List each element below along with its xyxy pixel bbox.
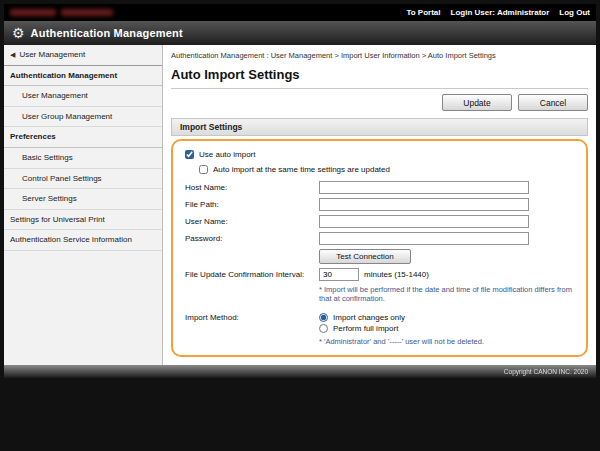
import-changes-only-radio[interactable]: [319, 313, 328, 322]
sidebar-item-settings-for-universal-print[interactable]: Settings for Universal Print: [4, 210, 162, 231]
sidebar-item-user-management[interactable]: User Management: [4, 86, 162, 107]
to-portal-link[interactable]: To Portal: [406, 8, 440, 17]
sidebar-item-authentication-service-information[interactable]: Authentication Service Information: [4, 230, 162, 251]
device-name-blur-2: [61, 9, 113, 16]
import-method-label: Import Method:: [185, 313, 319, 322]
use-auto-import-checkbox[interactable]: [185, 150, 194, 159]
device-name-redacted: [10, 9, 113, 16]
update-button[interactable]: Update: [442, 94, 512, 111]
user-name-label: User Name:: [185, 217, 319, 226]
test-connection-button[interactable]: Test Connection: [319, 249, 411, 264]
interval-row: File Update Confirmation Interval: minut…: [185, 268, 574, 281]
import-method-note: * 'Administrator' and '-----' user will …: [319, 337, 484, 346]
password-input[interactable]: [319, 232, 529, 245]
import-settings-form: Use auto import Auto import at the same …: [171, 139, 588, 357]
title-divider: [171, 88, 588, 89]
import-method-options: Import changes only Perform full import …: [319, 313, 484, 346]
app-header: ⚙ Authentication Management: [4, 21, 596, 45]
import-changes-only-label: Import changes only: [333, 313, 405, 322]
import-settings-section-header: Import Settings: [171, 118, 588, 136]
app-title: Authentication Management: [31, 27, 183, 39]
main-panel: Authentication Management : User Managem…: [163, 45, 596, 365]
file-path-label: File Path:: [185, 200, 319, 209]
sidebar-section-preferences[interactable]: Preferences: [4, 127, 162, 148]
sidebar-item-control-panel-settings[interactable]: Control Panel Settings: [4, 169, 162, 190]
import-method-row: Import Method: Import changes only Perfo…: [185, 313, 574, 346]
interval-note: * Import will be performed if the date a…: [319, 285, 574, 304]
auto-import-on-update-option[interactable]: Auto import at the same time settings ar…: [199, 162, 574, 177]
interval-note-row: * Import will be performed if the date a…: [185, 285, 574, 304]
titlebar: To Portal Login User: Administrator Log …: [4, 4, 596, 21]
password-row: Password:: [185, 232, 574, 245]
use-auto-import-option[interactable]: Use auto import: [185, 147, 574, 162]
interval-input[interactable]: [319, 268, 359, 281]
host-name-label: Host Name:: [185, 183, 319, 192]
sidebar-item-basic-settings[interactable]: Basic Settings: [4, 148, 162, 169]
footer: Copyright CANON INC. 2020: [4, 365, 596, 378]
gear-icon: ⚙: [12, 26, 25, 40]
import-changes-only-option[interactable]: Import changes only: [319, 313, 484, 322]
auto-import-on-update-label: Auto import at the same time settings ar…: [213, 165, 390, 174]
sidebar-item-user-management-back[interactable]: ◀ User Management: [4, 45, 162, 66]
log-out-link[interactable]: Log Out: [559, 8, 590, 17]
interval-label: File Update Confirmation Interval:: [185, 270, 319, 279]
titlebar-links: To Portal Login User: Administrator Log …: [406, 8, 590, 17]
action-buttons: Update Cancel: [171, 94, 588, 111]
copyright-text: Copyright CANON INC. 2020: [504, 368, 588, 375]
content: ◀ User Management Authentication Managem…: [4, 45, 596, 365]
perform-full-import-radio[interactable]: [319, 324, 328, 333]
device-name-blur-1: [10, 9, 56, 16]
file-path-input[interactable]: [319, 198, 529, 211]
cancel-button[interactable]: Cancel: [518, 94, 588, 111]
sidebar-item-server-settings[interactable]: Server Settings: [4, 189, 162, 210]
sidebar-section-authentication-management[interactable]: Authentication Management: [4, 66, 162, 87]
host-name-input[interactable]: [319, 181, 529, 194]
auto-import-on-update-checkbox[interactable]: [199, 165, 208, 174]
window-frame: To Portal Login User: Administrator Log …: [0, 0, 600, 451]
user-name-row: User Name:: [185, 215, 574, 228]
remote-ui-app: To Portal Login User: Administrator Log …: [4, 4, 596, 378]
sidebar: ◀ User Management Authentication Managem…: [4, 45, 163, 365]
sidebar-item-user-group-management[interactable]: User Group Management: [4, 107, 162, 128]
use-auto-import-label: Use auto import: [199, 150, 255, 159]
file-path-row: File Path:: [185, 198, 574, 211]
page-title: Auto Import Settings: [171, 67, 588, 82]
user-name-input[interactable]: [319, 215, 529, 228]
host-name-row: Host Name:: [185, 181, 574, 194]
login-user-label: Login User: Administrator: [451, 8, 550, 17]
perform-full-import-option[interactable]: Perform full import: [319, 324, 484, 333]
back-arrow-icon: ◀: [10, 51, 15, 59]
breadcrumb: Authentication Management : User Managem…: [171, 51, 588, 60]
test-connection-row: Test Connection: [185, 249, 574, 264]
perform-full-import-label: Perform full import: [333, 324, 398, 333]
interval-suffix: minutes (15-1440): [364, 270, 429, 279]
password-label: Password:: [185, 234, 319, 243]
